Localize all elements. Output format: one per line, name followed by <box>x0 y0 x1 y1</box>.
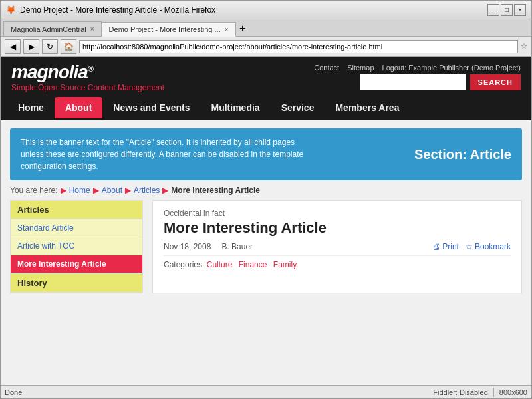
nav-news[interactable]: News and Events <box>102 97 200 118</box>
header-right: Contact Sitemap Logout: Example Publishe… <box>314 64 521 90</box>
breadcrumb-home[interactable]: Home <box>69 186 90 195</box>
nav-members[interactable]: Members Area <box>325 97 410 118</box>
status-bar: Done Fiddler: Disabled 532x399 <box>1 385 531 398</box>
sidebar: Articles Standard Article Article with T… <box>10 200 143 293</box>
breadcrumb-sep1: ▶ <box>61 186 66 195</box>
close-button[interactable]: × <box>514 4 526 16</box>
bookmark-icon: ☆ <box>466 242 473 251</box>
category-family[interactable]: Family <box>273 260 297 269</box>
article-actions: 🖨 Print ☆ Bookmark <box>432 242 511 251</box>
sidebar-articles-section: Articles Standard Article Article with T… <box>10 200 143 274</box>
content-layout: Articles Standard Article Article with T… <box>1 200 531 293</box>
nav-about[interactable]: About <box>55 97 102 118</box>
you-are-here-label: You are here: <box>10 186 58 195</box>
website: magnolia® Simple Open-Source Content Man… <box>1 57 531 385</box>
sitemap-link[interactable]: Sitemap <box>347 64 374 72</box>
print-button[interactable]: 🖨 Print <box>432 242 459 251</box>
back-button[interactable]: ◀ <box>5 39 21 54</box>
contact-link[interactable]: Contact <box>314 64 339 72</box>
tab2-close[interactable]: × <box>225 26 229 33</box>
article-title: More Interesting Article <box>164 219 511 237</box>
breadcrumb-articles[interactable]: Articles <box>134 186 160 195</box>
reload-button[interactable]: ↻ <box>42 39 58 54</box>
tab1-label: Magnolia AdminCentral <box>11 25 86 33</box>
status-done: Done <box>5 388 22 396</box>
browser-window: 🦊 Demo Project - More Interesting Articl… <box>0 0 532 399</box>
banner-title: Section: Article <box>414 147 511 162</box>
search-button[interactable]: SEARCH <box>470 74 521 90</box>
category-finance[interactable]: Finance <box>239 260 267 269</box>
sidebar-history-section: History <box>10 274 143 293</box>
sidebar-more-interesting[interactable]: More Interesting Article <box>11 255 142 273</box>
title-bar-left: 🦊 Demo Project - More Interesting Articl… <box>6 5 215 15</box>
search-area: SEARCH <box>360 74 521 90</box>
site-nav: Home About News and Events Multimedia Se… <box>1 95 531 120</box>
logo-area: magnolia® Simple Open-Source Content Man… <box>11 62 164 92</box>
logout-link[interactable]: Logout: Example Publisher (Demo Project) <box>382 64 521 72</box>
logo-tagline: Simple Open-Source Content Management <box>11 83 164 92</box>
status-divider <box>493 388 494 397</box>
print-icon: 🖨 <box>432 242 440 251</box>
title-bar: 🦊 Demo Project - More Interesting Articl… <box>1 1 531 19</box>
category-culture[interactable]: Culture <box>207 260 233 269</box>
sidebar-article-toc[interactable]: Article with TOC <box>11 237 142 255</box>
address-bar[interactable] <box>79 40 518 53</box>
tab2-label: Demo Project - More Interesting ... <box>109 25 221 33</box>
tab-demo-project[interactable]: Demo Project - More Interesting ... × <box>102 22 236 37</box>
breadcrumb-sep3: ▶ <box>125 186 131 195</box>
bookmark-label: Bookmark <box>475 242 511 251</box>
banner: This is the banner text for the "Article… <box>10 128 522 180</box>
new-tab-button[interactable]: + <box>236 21 249 36</box>
article-subtitle: Occidental in fact <box>164 209 511 218</box>
status-right: Fiddler: Disabled 532x399 <box>433 388 527 397</box>
tab-bar: Magnolia AdminCentral × Demo Project - M… <box>1 19 531 37</box>
bookmark-button[interactable]: ☆ Bookmark <box>466 242 511 251</box>
forward-button[interactable]: ▶ <box>23 39 39 54</box>
logo-reg: ® <box>88 65 93 74</box>
site-header: magnolia® Simple Open-Source Content Man… <box>1 57 531 120</box>
header-links: Contact Sitemap Logout: Example Publishe… <box>314 64 521 72</box>
logo-name: magnolia® <box>11 62 93 82</box>
window-title: Demo Project - More Interesting Article … <box>20 5 215 15</box>
tab1-close[interactable]: × <box>90 25 94 33</box>
article-meta: Nov 18, 2008 B. Bauer 🖨 Print ☆ Bookmark <box>164 242 511 256</box>
breadcrumb-sep2: ▶ <box>93 186 99 195</box>
article: Occidental in fact More Interesting Arti… <box>152 200 522 293</box>
nav-service[interactable]: Service <box>271 97 325 118</box>
browser-tools: ☆ <box>521 42 527 51</box>
sidebar-articles-title: Articles <box>11 201 142 219</box>
home-button[interactable]: 🏠 <box>61 39 76 54</box>
article-date: Nov 18, 2008 <box>164 242 211 251</box>
window-size: 532x399 <box>499 388 527 396</box>
header-top: magnolia® Simple Open-Source Content Man… <box>1 57 531 95</box>
article-categories: Categories: Culture Finance Family <box>164 260 511 269</box>
print-label: Print <box>442 242 459 251</box>
nav-home[interactable]: Home <box>7 97 55 118</box>
sidebar-history-title: History <box>11 274 142 293</box>
categories-label: Categories: <box>164 260 204 269</box>
fiddler-status: Fiddler: Disabled <box>433 388 488 396</box>
search-input[interactable] <box>360 74 466 90</box>
star-icon[interactable]: ☆ <box>521 42 527 51</box>
breadcrumb: You are here: ▶ Home ▶ About ▶ Articles … <box>1 180 531 200</box>
title-bar-controls[interactable]: _ □ × <box>487 4 526 16</box>
browser-nav-bar: ◀ ▶ ↻ 🏠 ☆ <box>1 37 531 57</box>
firefox-icon: 🦊 <box>6 5 16 15</box>
breadcrumb-current: More Interesting Article <box>171 186 260 195</box>
minimize-button[interactable]: _ <box>487 4 499 16</box>
main-area: This is the banner text for the "Article… <box>1 120 531 385</box>
breadcrumb-about[interactable]: About <box>102 186 122 195</box>
breadcrumb-sep4: ▶ <box>162 186 168 195</box>
sidebar-standard-article[interactable]: Standard Article <box>11 219 142 237</box>
tab-admincental[interactable]: Magnolia AdminCentral × <box>3 21 102 36</box>
article-author: B. Bauer <box>221 242 253 251</box>
nav-multimedia[interactable]: Multimedia <box>201 97 271 118</box>
browser-content: magnolia® Simple Open-Source Content Man… <box>1 57 531 385</box>
logo: magnolia® <box>11 62 164 83</box>
banner-text: This is the banner text for the "Article… <box>21 136 315 172</box>
maximize-button[interactable]: □ <box>501 4 513 16</box>
